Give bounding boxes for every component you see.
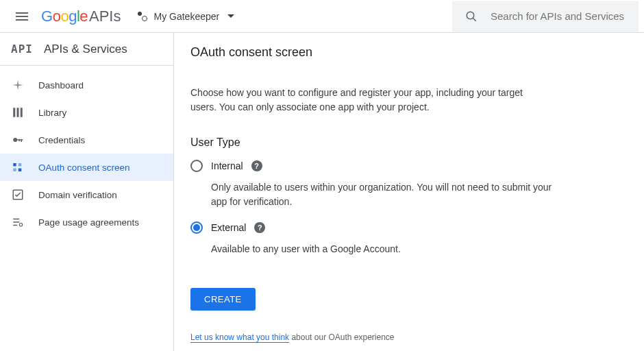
sidebar-item-credentials[interactable]: Credentials <box>0 126 173 154</box>
svg-rect-3 <box>17 108 19 117</box>
svg-point-17 <box>19 223 23 227</box>
radio-option-internal[interactable]: Internal ? <box>190 160 628 172</box>
svg-rect-10 <box>13 169 16 172</box>
project-icon <box>137 11 148 22</box>
sidebar-item-label: Library <box>38 108 66 118</box>
project-name: My Gatekeeper <box>153 11 219 22</box>
radio-icon[interactable] <box>190 160 203 172</box>
sidebar-item-dashboard[interactable]: Dashboard <box>0 71 173 99</box>
main-content: OAuth consent screen Choose how you want… <box>174 33 644 351</box>
dropdown-caret-icon <box>227 14 234 18</box>
project-picker[interactable]: My Gatekeeper <box>132 7 240 26</box>
svg-rect-12 <box>18 169 22 172</box>
svg-rect-2 <box>13 108 15 117</box>
svg-rect-14 <box>13 219 19 220</box>
feedback-rest: about our OAuth experience <box>289 332 394 342</box>
radio-option-external[interactable]: External ? <box>190 221 628 234</box>
svg-rect-8 <box>19 139 21 141</box>
sidebar-item-domain-verification[interactable]: Domain verification <box>0 181 173 208</box>
help-icon[interactable]: ? <box>254 222 265 233</box>
topbar: Google APIs My Gatekeeper <box>0 0 644 33</box>
help-icon[interactable]: ? <box>251 160 262 171</box>
api-badge-icon: API <box>11 43 33 56</box>
svg-rect-7 <box>21 139 23 142</box>
svg-rect-4 <box>21 108 23 117</box>
radio-label: External <box>211 222 246 233</box>
google-apis-logo[interactable]: Google APIs <box>41 8 121 25</box>
intro-text: Choose how you want to configure and reg… <box>190 86 547 114</box>
sidebar-item-oauth-consent[interactable]: OAuth consent screen <box>0 154 173 181</box>
sidebar-item-page-usage[interactable]: Page usage agreements <box>0 208 173 236</box>
svg-line-1 <box>473 18 476 21</box>
nav-menu-button[interactable] <box>5 0 38 33</box>
key-icon <box>11 133 25 147</box>
sidebar-item-label: OAuth consent screen <box>38 162 130 173</box>
svg-rect-16 <box>13 225 17 226</box>
search-container <box>452 1 639 32</box>
google-wordmark: Google <box>41 8 88 25</box>
sidebar-nav: Dashboard Library Credentials OAuth cons… <box>0 66 173 236</box>
radio-desc-internal: Only available to users within your orga… <box>211 180 554 209</box>
svg-rect-6 <box>17 139 23 141</box>
search-input[interactable] <box>491 10 628 22</box>
library-icon <box>11 106 25 119</box>
feedback-link[interactable]: Let us know what you think <box>190 332 289 343</box>
hamburger-icon <box>16 12 28 21</box>
sidebar-item-label: Credentials <box>38 135 85 145</box>
sidebar-item-label: Dashboard <box>38 80 84 90</box>
radio-label: Internal <box>211 160 243 171</box>
radio-icon[interactable] <box>190 221 203 234</box>
sidebar-header: API APIs & Services <box>0 33 173 66</box>
svg-rect-15 <box>13 221 19 223</box>
user-type-radio-group: Internal ? Only available to users withi… <box>190 160 628 256</box>
sidebar-item-label: Domain verification <box>38 190 117 200</box>
search-icon <box>463 8 480 25</box>
apis-label: APIs <box>89 8 121 25</box>
dashboard-icon <box>11 78 25 92</box>
svg-rect-9 <box>13 163 16 167</box>
svg-point-5 <box>13 138 17 142</box>
sidebar-title: APIs & Services <box>44 43 127 56</box>
sidebar-item-label: Page usage agreements <box>38 217 139 228</box>
svg-point-0 <box>467 12 474 19</box>
consent-icon <box>11 160 25 174</box>
user-type-heading: User Type <box>190 136 628 149</box>
sidebar: API APIs & Services Dashboard Library <box>0 33 174 351</box>
radio-desc-external: Available to any user with a Google Acco… <box>211 242 554 256</box>
svg-rect-11 <box>18 163 22 167</box>
sidebar-item-library[interactable]: Library <box>0 99 173 126</box>
check-box-icon <box>11 188 25 202</box>
feedback-text: Let us know what you think about our OAu… <box>190 332 628 342</box>
page-title: OAuth consent screen <box>190 45 628 60</box>
list-gear-icon <box>11 215 25 229</box>
create-button[interactable]: CREATE <box>190 288 256 311</box>
